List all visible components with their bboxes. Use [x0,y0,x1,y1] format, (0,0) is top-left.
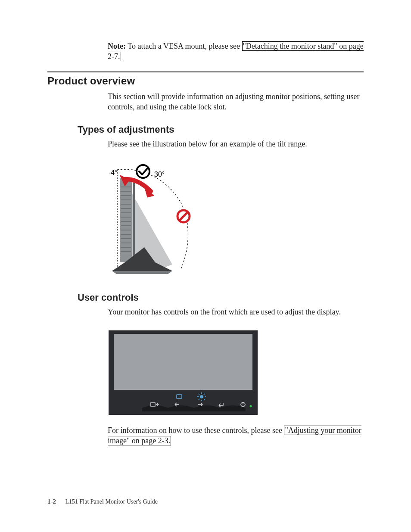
overview-paragraph: This section will provide information on… [108,91,364,112]
heading-types-of-adjustments: Types of adjustments [78,124,364,135]
footer-title: L151 Flat Panel Monitor User's Guide [65,498,158,505]
ok-icon [137,165,149,178]
svg-rect-1 [120,178,132,262]
figure-tilt-range: -4° 30° [108,161,364,279]
note-label: Note: [108,42,126,50]
angle-pos-label: 30° [154,171,165,178]
note-text: To attach a VESA mount, please see [126,42,242,50]
not-allowed-icon [177,210,190,222]
svg-point-28 [200,395,203,398]
after-text: For information on how to use these cont… [108,426,284,435]
power-led-icon [250,405,252,407]
page-number: 1-2 [47,498,56,505]
svg-marker-19 [112,271,172,274]
angle-neg-label: -4° [109,169,118,176]
figure-user-controls [108,330,364,417]
divider [47,72,364,72]
page-footer: 1-2 L151 Flat Panel Monitor User's Guide [47,498,158,505]
adjustments-paragraph: Please see the illustration below for an… [108,139,364,149]
user-controls-after: For information on how to use these cont… [108,425,364,446]
heading-user-controls: User controls [78,292,364,303]
heading-product-overview: Product overview [47,75,364,87]
page: Note: To attach a VESA mount, please see… [0,0,411,532]
note-block: Note: To attach a VESA mount, please see… [108,41,364,62]
brightness-icon [197,392,206,401]
svg-rect-2 [133,183,135,258]
svg-rect-26 [114,334,252,390]
user-controls-intro: Your monitor has controls on the front w… [108,307,364,317]
